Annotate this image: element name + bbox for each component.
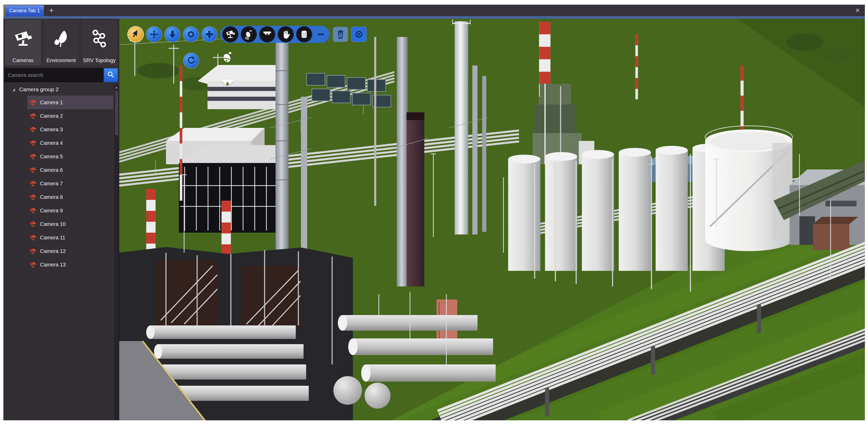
orbit-tool-button[interactable]	[183, 27, 198, 42]
dome-icon	[262, 29, 273, 39]
camera-icon	[29, 166, 37, 174]
camera-tree-item[interactable]: Camera 8	[27, 190, 113, 204]
camera-tree-item[interactable]: Camera 6	[27, 163, 113, 177]
add-ptz-camera-button[interactable]	[241, 27, 256, 42]
camera-label: Camera 13	[40, 262, 66, 268]
camera-tree-item[interactable]: Camera 2	[27, 109, 113, 123]
camera-icon	[29, 180, 37, 187]
camera-tree-item[interactable]: Camera 13	[27, 258, 113, 272]
camera-icon	[29, 193, 37, 201]
cylinder-icon	[299, 29, 309, 39]
refresh-icon	[186, 56, 196, 65]
ring-icon	[186, 29, 196, 39]
lower-tool-button[interactable]	[165, 27, 180, 42]
camera-icon	[29, 139, 37, 147]
trash-icon	[335, 29, 346, 39]
panel-button-cameras[interactable]: Cameras	[5, 20, 41, 65]
camera-search-row	[4, 68, 118, 82]
camera-icon	[29, 234, 37, 241]
camera-tree-item[interactable]: Camera 3	[27, 123, 113, 136]
camera-label: Camera 10	[40, 221, 66, 227]
camera-tree-item[interactable]: Camera 9	[27, 204, 113, 217]
camera-label: Camera 6	[40, 167, 63, 173]
plus-icon: +	[49, 6, 54, 15]
camera-label: Camera 1	[40, 100, 63, 106]
panel-button-environment[interactable]: Environment	[43, 20, 79, 65]
camera-group-row[interactable]: ◢ Camera group 2	[3, 84, 114, 95]
close-icon: ✕	[855, 7, 860, 14]
minus-icon	[316, 29, 326, 39]
camera-label: Camera 11	[40, 235, 65, 241]
camera-tree-item[interactable]: Camera 1	[27, 96, 113, 109]
ptz-camera-option[interactable]	[220, 51, 235, 64]
plus-icon	[205, 29, 214, 39]
tree-scrollbar[interactable]: ▲	[114, 84, 119, 420]
camera-tree-item[interactable]: Camera 12	[27, 244, 113, 258]
pan-tool-button[interactable]	[278, 27, 293, 42]
camera-icon	[29, 207, 37, 214]
camera-label: Camera 4	[40, 140, 63, 146]
scrollbar-thumb[interactable]	[115, 91, 118, 135]
panel-button-srv-topology[interactable]: SRV Topology	[81, 20, 117, 65]
viewport-3d[interactable]	[119, 19, 865, 420]
camera-label: Camera 3	[40, 126, 63, 133]
camera-icon	[29, 112, 37, 119]
camera-type-flyout	[220, 51, 235, 90]
scroll-up-icon[interactable]: ▲	[114, 84, 119, 90]
panel-label: SRV Topology	[83, 57, 116, 65]
new-tab-button[interactable]: +	[47, 5, 56, 16]
search-icon	[106, 70, 115, 80]
cctv-camera-icon	[13, 20, 33, 57]
tab-camera-tab-1[interactable]: Camera Tab 1	[5, 5, 44, 16]
add-tool-button[interactable]	[202, 27, 217, 42]
tab-label: Camera Tab 1	[9, 8, 40, 13]
remove-tool-button[interactable]	[315, 27, 327, 42]
camera-tree-item[interactable]: Camera 5	[27, 150, 113, 163]
toolbar-pill	[220, 26, 330, 43]
add-cylinder-button[interactable]	[297, 27, 312, 42]
camera-tree: ◢ Camera group 2 Camera 1Camera 2Camera …	[3, 84, 114, 420]
camera-icon	[29, 126, 37, 133]
secondary-toolbar	[184, 53, 199, 68]
camera-search-input[interactable]	[4, 68, 103, 82]
panel-switcher: Cameras Environment SRV Topology	[5, 20, 117, 65]
camera-tree-item[interactable]: Camera 10	[27, 217, 113, 231]
add-cctv-camera-button[interactable]	[223, 27, 238, 42]
ptz-icon	[244, 29, 254, 39]
leaf-icon	[52, 20, 71, 57]
select-tool-button[interactable]	[128, 27, 143, 42]
move-tool-button[interactable]	[147, 27, 161, 42]
tab-bar: Camera Tab 1 + ✕	[3, 5, 865, 16]
camera-tree-item[interactable]: Camera 11	[27, 231, 113, 244]
camera-label: Camera 9	[40, 208, 63, 214]
big-storage-tank	[705, 126, 793, 251]
camera-label: Camera 5	[40, 153, 63, 160]
delete-tool-button[interactable]	[333, 27, 348, 42]
camera-tree-item[interactable]: Camera 4	[27, 136, 113, 150]
tree-expander-icon[interactable]: ◢	[12, 88, 15, 91]
topology-icon	[90, 20, 110, 57]
tab-underline	[3, 16, 865, 19]
viewport-toolbar	[128, 26, 367, 43]
panel-label: Environment	[46, 57, 75, 65]
move-icon	[149, 29, 159, 39]
camera-label: Camera 8	[40, 194, 63, 200]
camera-icon	[29, 248, 37, 255]
camera-icon	[29, 153, 37, 160]
camera-icon	[29, 221, 37, 228]
camera-list: Camera 1Camera 2Camera 3Camera 4Camera 5…	[3, 96, 114, 272]
camera-group-label: Camera group 2	[19, 86, 59, 92]
camera-icon	[29, 99, 37, 106]
sidebar: Cameras Environment SRV Topology ◢ Camer…	[3, 19, 119, 420]
rotate-view-button[interactable]	[184, 53, 199, 68]
camera-label: Camera 7	[40, 181, 63, 187]
window-close-button[interactable]: ✕	[852, 5, 863, 16]
camera-label: Camera 2	[40, 113, 63, 119]
search-button[interactable]	[104, 68, 118, 82]
panel-label: Cameras	[12, 57, 33, 65]
camera-tree-item[interactable]: Camera 7	[27, 177, 113, 190]
add-dome-camera-button[interactable]	[260, 27, 275, 42]
eye-icon	[354, 29, 364, 39]
visibility-tool-button[interactable]	[351, 27, 367, 42]
dome-camera-option[interactable]	[220, 76, 235, 90]
